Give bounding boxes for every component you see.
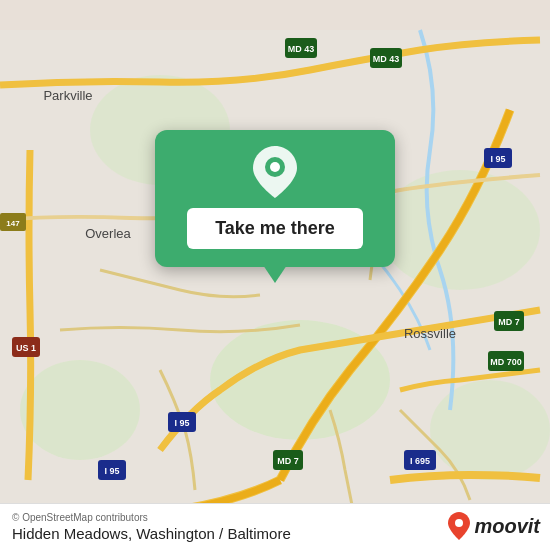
svg-text:Overlea: Overlea (85, 226, 131, 241)
svg-text:I 95: I 95 (174, 418, 189, 428)
bottom-bar: © OpenStreetMap contributors Hidden Mead… (0, 503, 550, 550)
location-label: Hidden Meadows, Washington / Baltimore (12, 525, 291, 542)
svg-point-5 (430, 380, 550, 480)
svg-text:I 95: I 95 (490, 154, 505, 164)
location-pin-icon (249, 146, 301, 198)
svg-text:I 95: I 95 (104, 466, 119, 476)
popup-card: Take me there (155, 130, 395, 267)
svg-text:MD 43: MD 43 (288, 44, 315, 54)
svg-point-2 (20, 360, 140, 460)
svg-text:US 1: US 1 (16, 343, 36, 353)
map-container: MD 43 MD 43 I 95 MD 7 MD 700 US 1 I 95 I… (0, 0, 550, 550)
moovit-brand-name: moovit (474, 515, 540, 538)
take-me-there-button[interactable]: Take me there (187, 208, 363, 249)
svg-text:MD 7: MD 7 (498, 317, 520, 327)
moovit-pin-icon (448, 512, 470, 540)
svg-text:I 695: I 695 (410, 456, 430, 466)
svg-text:MD 7: MD 7 (277, 456, 299, 466)
svg-point-33 (455, 519, 463, 527)
moovit-logo: moovit (448, 512, 540, 540)
svg-text:147: 147 (6, 219, 20, 228)
svg-text:MD 43: MD 43 (373, 54, 400, 64)
svg-point-32 (270, 162, 280, 172)
svg-text:Parkville: Parkville (43, 88, 92, 103)
svg-text:MD 700: MD 700 (490, 357, 522, 367)
svg-text:Rossville: Rossville (404, 326, 456, 341)
